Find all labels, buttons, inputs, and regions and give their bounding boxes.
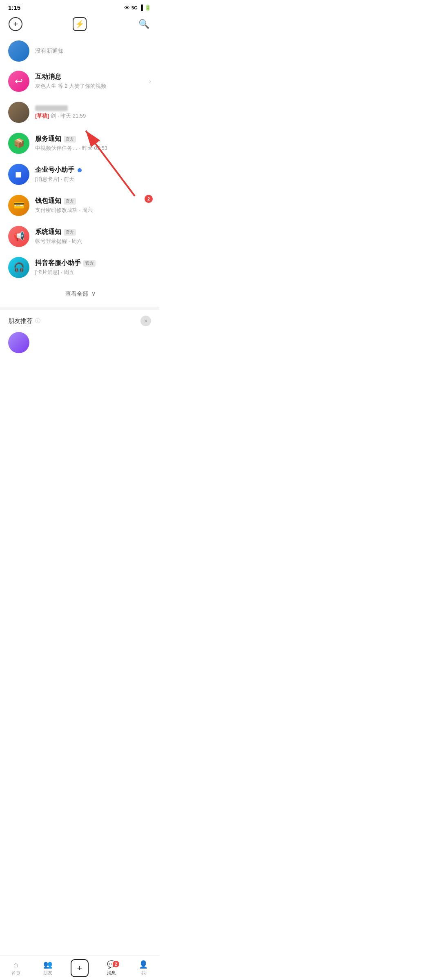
fuwu-icon: 📦 bbox=[13, 138, 24, 149]
message-row-qianbao[interactable]: 💳 钱包通知 官方 支付密码修改成功 · 周六 2 bbox=[0, 190, 159, 221]
qianbao-title: 钱包通知 bbox=[35, 197, 61, 205]
qianbao-avatar: 💳 bbox=[8, 195, 29, 216]
draft-title-row bbox=[35, 105, 151, 111]
friend-avatar-circle bbox=[8, 332, 29, 353]
qiye-icon: ◆ bbox=[12, 168, 26, 181]
qiye-title: 企业号小助手 bbox=[35, 166, 74, 174]
fuwu-official-badge: 官方 bbox=[64, 136, 76, 143]
xitong-content: 系统通知 官方 帐号登录提醒 · 周六 bbox=[35, 228, 151, 245]
add-circle-icon: + bbox=[9, 17, 22, 31]
hudong-icon: ↩ bbox=[15, 76, 23, 87]
draft-subtitle: [草稿] 剑 · 昨天 21:59 bbox=[35, 112, 151, 120]
search-button[interactable]: 🔍 bbox=[136, 17, 151, 31]
qianbao-unread-badge: 2 bbox=[145, 195, 153, 203]
kefu-icon: 🎧 bbox=[13, 262, 24, 273]
fuwu-title-row: 服务通知 官方 bbox=[35, 135, 151, 143]
xitong-subtitle: 帐号登录提醒 · 周六 bbox=[35, 238, 151, 245]
hudong-title-row: 互动消息 bbox=[35, 73, 142, 81]
kefu-subtitle: [卡片消息] · 周五 bbox=[35, 269, 151, 276]
notification-avatar-top bbox=[8, 40, 29, 62]
close-icon: × bbox=[144, 318, 147, 324]
search-icon: 🔍 bbox=[138, 19, 149, 29]
view-all-chevron: ∨ bbox=[91, 290, 96, 297]
qianbao-title-row: 钱包通知 官方 bbox=[35, 197, 151, 205]
xitong-title-row: 系统通知 官方 bbox=[35, 228, 151, 236]
draft-text: 剑 · 昨天 21:59 bbox=[51, 113, 86, 119]
fuwu-avatar: 📦 bbox=[8, 133, 29, 154]
hudong-avatar: ↩ bbox=[8, 71, 29, 92]
add-button[interactable]: + bbox=[8, 17, 23, 31]
message-row-draft[interactable]: [草稿] 剑 · 昨天 21:59 bbox=[0, 97, 159, 128]
draft-user-avatar bbox=[8, 102, 29, 123]
signal-bars-icon: ▐ bbox=[139, 4, 143, 11]
xitong-avatar: 📢 bbox=[8, 226, 29, 247]
qianbao-icon: 💳 bbox=[13, 200, 24, 211]
message-row-fuwu[interactable]: 📦 服务通知 官方 中视频伙伴任务… · 昨天 05:53 bbox=[0, 128, 159, 159]
kefu-title-row: 抖音客服小助手 官方 bbox=[35, 259, 151, 267]
eye-icon: 👁 bbox=[124, 4, 130, 11]
hudong-title: 互动消息 bbox=[35, 73, 61, 81]
fuwu-subtitle: 中视频伙伴任务… · 昨天 05:53 bbox=[35, 145, 151, 152]
hudong-content: 互动消息 灰色人生 等 2 人赞了你的视频 bbox=[35, 73, 142, 90]
message-row-xitong[interactable]: 📢 系统通知 官方 帐号登录提醒 · 周六 bbox=[0, 221, 159, 252]
friend-avatars-row bbox=[0, 332, 159, 361]
qiye-title-row: 企业号小助手 bbox=[35, 166, 151, 174]
lightning-button[interactable]: ⚡ bbox=[72, 17, 87, 31]
status-icons: 👁 5G ▐ 🔋 bbox=[124, 4, 151, 11]
notification-list: 没有新通知 ↩ 互动消息 灰色人生 等 2 人赞了你的视频 › [草稿] 剑 ·… bbox=[0, 36, 159, 283]
friend-recommend-info-icon: ⓘ bbox=[35, 317, 40, 325]
kefu-avatar: 🎧 bbox=[8, 257, 29, 278]
qianbao-content: 钱包通知 官方 支付密码修改成功 · 周六 bbox=[35, 197, 151, 214]
battery-icon: 🔋 bbox=[145, 4, 151, 11]
xitong-title: 系统通知 bbox=[35, 228, 61, 236]
kefu-title: 抖音客服小助手 bbox=[35, 259, 81, 267]
friend-recommend-close-button[interactable]: × bbox=[140, 316, 151, 326]
qiye-content: 企业号小助手 [消息卡片] · 前天 bbox=[35, 166, 151, 183]
message-row-kefu[interactable]: 🎧 抖音客服小助手 官方 [卡片消息] · 周五 bbox=[0, 252, 159, 283]
message-row-qiye[interactable]: ◆ 企业号小助手 [消息卡片] · 前天 bbox=[0, 159, 159, 190]
no-new-notification-row: 没有新通知 bbox=[0, 36, 159, 66]
signal-5g-icon: 5G bbox=[131, 5, 138, 10]
view-all-label: 查看全部 bbox=[65, 290, 88, 297]
friend-recommend-section: 朋友推荐 ⓘ × bbox=[0, 310, 159, 332]
view-all-button[interactable]: 查看全部 ∨ bbox=[0, 283, 159, 307]
status-time: 1:15 bbox=[8, 4, 20, 11]
status-bar: 1:15 👁 5G ▐ 🔋 bbox=[0, 0, 159, 13]
xitong-icon: 📢 bbox=[13, 231, 24, 242]
friend-recommend-title: 朋友推荐 ⓘ bbox=[8, 317, 40, 325]
draft-user-name-blurred bbox=[35, 105, 68, 111]
hudong-subtitle: 灰色人生 等 2 人赞了你的视频 bbox=[35, 82, 142, 90]
qianbao-subtitle: 支付密码修改成功 · 周六 bbox=[35, 207, 151, 214]
fuwu-content: 服务通知 官方 中视频伙伴任务… · 昨天 05:53 bbox=[35, 135, 151, 152]
draft-content: [草稿] 剑 · 昨天 21:59 bbox=[35, 105, 151, 120]
lightning-icon: ⚡ bbox=[73, 17, 87, 31]
qiye-subtitle: [消息卡片] · 前天 bbox=[35, 176, 151, 183]
kefu-official-badge: 官方 bbox=[83, 260, 96, 267]
draft-tag: [草稿] bbox=[35, 113, 49, 119]
no-new-text: 没有新通知 bbox=[35, 47, 64, 55]
message-row-hudong[interactable]: ↩ 互动消息 灰色人生 等 2 人赞了你的视频 › bbox=[0, 66, 159, 97]
kefu-content: 抖音客服小助手 官方 [卡片消息] · 周五 bbox=[35, 259, 151, 276]
xitong-official-badge: 官方 bbox=[64, 229, 76, 236]
qiye-avatar: ◆ bbox=[8, 164, 29, 185]
section-divider bbox=[0, 307, 159, 310]
fuwu-title: 服务通知 bbox=[35, 135, 61, 143]
top-nav: + ⚡ 🔍 bbox=[0, 13, 159, 36]
qianbao-official-badge: 官方 bbox=[64, 198, 76, 205]
friend-recommend-label: 朋友推荐 bbox=[8, 317, 33, 325]
friend-avatar-item bbox=[8, 332, 29, 353]
chevron-right-icon: › bbox=[149, 78, 151, 85]
qiye-new-badge bbox=[78, 168, 82, 172]
